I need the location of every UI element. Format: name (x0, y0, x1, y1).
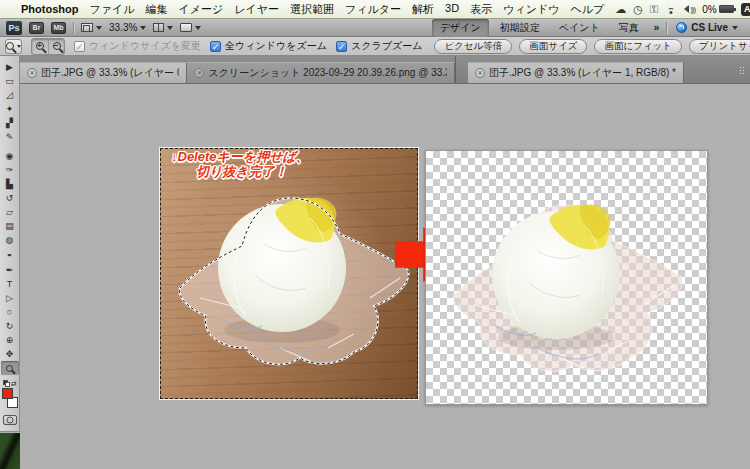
cloud-icon[interactable]: ☁ (615, 4, 626, 15)
zoom-level-value: 33.3% (109, 22, 137, 33)
document-tab[interactable]: ✕団子.JPG @ 33.3% (レイヤー 0, RGB/8) * (20, 62, 187, 83)
foreground-color-swatch[interactable] (2, 388, 13, 399)
zoom-level-dropdown[interactable]: 33.3% (109, 22, 146, 33)
lasso-tool[interactable]: ◿ (1, 88, 19, 102)
zoom-out-button[interactable]: − (48, 39, 64, 54)
checkbox-icon[interactable]: ✓ (74, 41, 85, 52)
wifi-icon[interactable] (665, 5, 677, 14)
quick-selection-tool[interactable]: ✦ (1, 102, 19, 116)
menu-item[interactable]: 編集 (145, 2, 167, 17)
view-extras-dropdown[interactable] (81, 23, 102, 32)
chevron-down-icon (96, 26, 102, 30)
workspace-button[interactable]: 写真 (611, 19, 647, 37)
arrange-documents-dropdown[interactable] (153, 23, 173, 32)
type-tool[interactable]: T (1, 277, 19, 291)
divider (666, 22, 667, 34)
cs-live-button[interactable]: CS Live (670, 21, 744, 34)
workspace-overflow-button[interactable]: » (650, 20, 664, 35)
3d-pan-tool[interactable]: ⊕ (1, 333, 19, 347)
menu-item[interactable]: 3D (445, 2, 459, 17)
options-button[interactable]: 画面にフィット (594, 39, 682, 54)
volume-icon[interactable]: ))) (684, 5, 695, 14)
menu-item[interactable]: レイヤー (234, 2, 279, 17)
move-tool[interactable]: ▶ (1, 60, 19, 74)
checkbox-label: 全ウィンドウをズーム (225, 39, 327, 53)
panel-grip-icon[interactable] (739, 66, 746, 74)
clone-stamp-tool[interactable]: ▙ (1, 177, 19, 191)
crop-tool[interactable]: ▞ (1, 116, 19, 130)
3d-rotate-tool[interactable]: ↻ (1, 319, 19, 333)
workspace-button[interactable]: ペイント (551, 19, 608, 37)
chevron-down-icon (167, 26, 173, 30)
quick-mask-button[interactable] (3, 415, 17, 425)
options-checkbox[interactable]: ✓ウィンドウサイズを変更 (74, 39, 201, 53)
battery-percent: 0% (702, 4, 716, 15)
menu-item[interactable]: 選択範囲 (290, 2, 334, 17)
ps-logo: Ps (6, 21, 22, 35)
document-tab[interactable]: ✕団子.JPG @ 33.3% (レイヤー 1, RGB/8) * (468, 62, 684, 83)
options-button[interactable]: ピクセル等倍 (434, 39, 512, 54)
menu-item[interactable]: フィルター (345, 2, 401, 17)
zoom-tool-icon (6, 42, 14, 50)
menu-bar: Photoshop ファイル編集イメージレイヤー選択範囲フィルター解析3D表示ウ… (0, 0, 750, 19)
document-tab-strip: ✕団子.JPG @ 33.3% (レイヤー 0, RGB/8) *✕スクリーンシ… (20, 56, 750, 84)
screen-mode-icon (180, 23, 192, 32)
history-brush-tool[interactable]: ↺ (1, 191, 19, 205)
options-button[interactable]: プリントサイズ (689, 39, 750, 54)
checkbox-icon[interactable]: ✓ (210, 41, 221, 52)
path-selection-tool[interactable]: ▷ (1, 291, 19, 305)
swap-colors-icon[interactable]: ⇄ (11, 380, 17, 387)
options-checkbox[interactable]: ✓スクラブズーム (336, 39, 422, 53)
tab-group-right: ✕団子.JPG @ 33.3% (レイヤー 1, RGB/8) * (456, 56, 750, 83)
blur-tool[interactable]: ◍ (1, 233, 19, 247)
tab-close-icon[interactable]: ✕ (27, 68, 37, 78)
tool-options-bar: + − ✓ウィンドウサイズを変更✓全ウィンドウをズーム✓スクラブズーム ピクセル… (0, 37, 750, 56)
cs-live-icon (676, 22, 687, 33)
pen-tool[interactable]: ✒ (1, 263, 19, 277)
workspace-button[interactable]: デザイン (432, 19, 489, 37)
arrange-documents-icon (153, 23, 164, 32)
zoom-tool[interactable] (1, 361, 19, 375)
shape-tool[interactable]: ○ (1, 305, 19, 319)
options-button[interactable]: 画面サイズ (519, 39, 587, 54)
document-tab[interactable]: ✕スクリーンショット 2023-09-29 20.39.26.png @ 33.… (187, 62, 455, 83)
chevron-down-icon (732, 26, 738, 30)
tab-close-icon[interactable]: ✕ (475, 68, 485, 78)
menu-item[interactable]: ヘルプ (570, 2, 604, 17)
current-tool-preview[interactable] (5, 39, 22, 54)
annotation-text: ↓Deleteキーを押せば、 切り抜き完了！ (171, 149, 309, 179)
menu-app-name[interactable]: Photoshop (21, 3, 78, 15)
dodge-tool[interactable]: ◒ (1, 247, 19, 261)
workspace-switcher: デザイン初期設定ペイント写真 » CS Live (432, 19, 744, 37)
input-source-icon[interactable]: A (741, 3, 750, 16)
bridge-button[interactable]: Br (29, 22, 44, 34)
default-colors-icon[interactable] (3, 380, 10, 387)
healing-brush-tool[interactable]: ◉ (1, 149, 19, 163)
menu-item[interactable]: イメージ (178, 2, 223, 17)
menu-item[interactable]: ファイル (89, 2, 134, 17)
clock-icon[interactable]: ◷ (633, 4, 643, 15)
tab-title: 団子.JPG @ 33.3% (レイヤー 1, RGB/8) * (489, 66, 676, 80)
tab-close-icon[interactable]: ✕ (194, 68, 204, 78)
brush-tool[interactable]: ✑ (1, 163, 19, 177)
menu-item[interactable]: ウィンドウ (503, 2, 559, 17)
zoom-in-button[interactable]: + (32, 39, 48, 54)
workspace-button[interactable]: 初期設定 (492, 19, 548, 37)
options-checkbox[interactable]: ✓全ウィンドウをズーム (210, 39, 327, 53)
app-status-icon[interactable]: ⚿ (650, 4, 658, 15)
tools-panel: ▶▭◿✦▞✎◉✑▙↺▱▤◍◒✒T▷○↻⊕✥⇄ (0, 56, 20, 432)
battery-indicator[interactable]: 0% (702, 4, 733, 15)
eraser-tool[interactable]: ▱ (1, 205, 19, 219)
mini-bridge-button[interactable]: Mb (51, 22, 66, 34)
hand-tool[interactable]: ✥ (1, 347, 19, 361)
tab-group-left: ✕団子.JPG @ 33.3% (レイヤー 0, RGB/8) *✕スクリーンシ… (20, 56, 456, 83)
document-after[interactable] (425, 150, 708, 405)
marquee-tool[interactable]: ▭ (1, 74, 19, 88)
gradient-tool[interactable]: ▤ (1, 219, 19, 233)
menu-item[interactable]: 表示 (470, 2, 492, 17)
document-before[interactable]: ↓Deleteキーを押せば、 切り抜き完了！ (160, 148, 418, 399)
screen-mode-dropdown[interactable] (180, 23, 201, 32)
checkbox-icon[interactable]: ✓ (336, 41, 347, 52)
menu-item[interactable]: 解析 (412, 2, 434, 17)
eyedropper-tool[interactable]: ✎ (1, 130, 19, 144)
